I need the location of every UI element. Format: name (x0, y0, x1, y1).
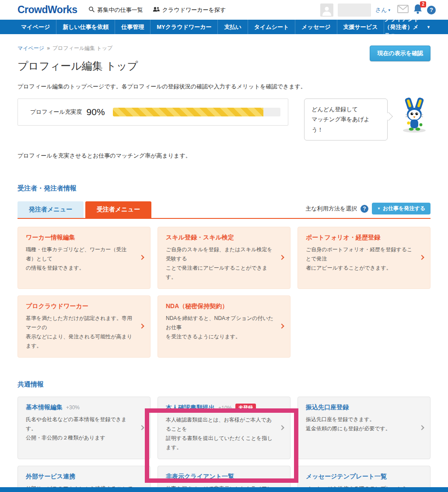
main-nav-item-label: 支払い (224, 23, 241, 31)
mascot-rabbit-illustration (398, 97, 430, 135)
avatar[interactable] (320, 4, 333, 17)
usage-method-label: 主な利用方法を選択 (305, 205, 357, 213)
main-nav-item[interactable]: 仕事管理 (115, 20, 150, 34)
search-icon (88, 6, 95, 14)
card-title: NDA（秘密保持契約） (166, 302, 275, 310)
profile-meter-card: プロフィール充実度 90% (18, 98, 288, 126)
main-navigation: マイページ 新しい仕事を依頼 仕事管理 MYクラウドワーカー 支払い タイムシー… (0, 20, 448, 34)
top-link-label: 募集中の仕事一覧 (97, 6, 143, 14)
main-nav-item[interactable]: メッセージ (295, 20, 336, 34)
main-nav-item[interactable]: マイページ (18, 20, 56, 34)
redacted-username (338, 4, 371, 17)
top-link-label: クラウドワーカーを探す (162, 6, 226, 14)
chevron-right-icon (139, 255, 144, 260)
crowdworks-logo[interactable]: CrowdWorks (18, 4, 77, 16)
unregistered-badge: 未登録 (235, 404, 256, 412)
tab-worker-menu[interactable]: 受注者メニュー (85, 201, 151, 218)
help-icon[interactable]: ? (427, 6, 436, 14)
common-menu-card[interactable]: 基本情報編集 +30% 氏名や会社名などの基本情報を登録できます。 公開・非公開… (18, 397, 150, 459)
worker-menu-card[interactable]: プロクラウドワーカー 基準を満たした方だけが認定されます。専用マークの 表示など… (18, 295, 150, 358)
speech-bubble-text: どんどん登録して マッチング率をあげよう！ (304, 98, 388, 141)
card-title: ワーカー情報編集 (26, 234, 135, 242)
breadcrumb-mypage-link[interactable]: マイページ (18, 45, 44, 51)
main-nav-item-label: 仕事管理 (121, 23, 144, 31)
footer-strip (0, 487, 448, 492)
card-description: 振込先口座を登録できます。 返金依頼の際にも登録が必要です。 (306, 415, 415, 433)
chevron-right-icon (279, 324, 284, 329)
progress-bar-track (113, 108, 280, 116)
top-link-find-worker[interactable]: クラウドワーカーを探す (153, 6, 226, 14)
worker-menu-card[interactable]: NDA（秘密保持契約） NDAを締結すると、NDAオプションの付いたお仕事 を受… (158, 295, 290, 358)
people-icon (153, 6, 160, 14)
common-menu-card[interactable]: 振込先口座登録 振込先口座を登録できます。 返金依頼の際にも登録が必要です。 (298, 397, 430, 459)
card-title: 本人確認書類提出 (166, 404, 215, 412)
tab-client-menu[interactable]: 発注者メニュー (18, 201, 84, 218)
main-nav-item-label: マイページ (21, 23, 50, 31)
worker-menu-card[interactable]: スキル登録・スキル検定 ご自身のスキルを登録、またはスキル検定を受験する ことで… (158, 227, 290, 289)
main-nav-item-label: MYクラウドワーカー (157, 23, 211, 31)
main-nav-item[interactable]: タイムシート (248, 20, 295, 34)
chevron-right-icon (279, 255, 284, 260)
client-menu-dropdown[interactable]: クライアント（発注者）メニュー ▼ (384, 20, 430, 34)
main-nav-items: マイページ 新しい仕事を依頼 仕事管理 MYクラウドワーカー 支払い タイムシー… (18, 20, 384, 34)
chevron-right-icon (279, 425, 284, 430)
progress-bar-fill (113, 108, 264, 116)
card-description: ご自身のポートフォリオ・経歴を登録することで発注 者にアピールすることができます… (306, 245, 415, 273)
main-nav-item[interactable]: 支払い (217, 20, 247, 34)
main-nav-item-label: 新しい仕事を依頼 (63, 23, 108, 31)
card-title: メッセージテンプレート一覧 (306, 473, 387, 481)
card-title: スキル登録・スキル検定 (166, 234, 275, 242)
chevron-right-icon (139, 425, 144, 430)
worker-menu-card[interactable]: ワーカー情報編集 職種・仕事カテゴリなど、ワーカー（受注者）として の情報を登録… (18, 227, 150, 289)
mail-icon[interactable] (397, 5, 409, 15)
profile-meter-row: プロフィール充実度 90% どんどん登録して マッチング率をあげよう！ (18, 98, 430, 141)
card-title: ポートフォリオ・経歴登録 (306, 234, 415, 242)
username-suffix: さん (375, 6, 387, 14)
bell-icon (413, 8, 423, 15)
help-icon[interactable]: ? (360, 205, 368, 213)
card-title: 外部サービス連携 (26, 473, 75, 481)
common-menu-card[interactable]: 本人確認書類提出 +10% 未登録 本人確認書類提出とは、お客様がご本人であるこ… (158, 397, 290, 459)
order-job-button-label: お仕事を発注する (383, 205, 425, 212)
check-current-display-button[interactable]: 現在の表示を確認 (370, 46, 430, 61)
tab-row: 発注者メニュー 受注者メニュー 主な利用方法を選択 ? ▼ お仕事を発注する (18, 201, 430, 219)
card-description: 氏名や会社名などの基本情報を登録できます。 公開・非公開の２種類があります (26, 415, 135, 443)
main-nav-item[interactable]: MYクラウドワーカー (150, 20, 217, 34)
notification-bell[interactable]: 2 (413, 4, 423, 16)
chevron-right-icon (139, 324, 144, 329)
meter-percent: 90% (87, 107, 105, 117)
chevron-down-icon: ▼ (377, 207, 381, 211)
card-description: 職種・仕事カテゴリなど、ワーカー（受注者）として の情報を登録できます。 (26, 245, 135, 273)
main-nav-item-label: タイムシート (254, 23, 289, 31)
common-card-grid: 基本情報編集 +30% 氏名や会社名などの基本情報を登録できます。 公開・非公開… (18, 397, 430, 492)
top-bar: CrowdWorks 募集中の仕事一覧 クラウドワーカーを探す さん ▾ 2 (0, 0, 448, 20)
main-nav-item-label: メッセージ (301, 23, 330, 31)
page-title: プロフィール編集 トップ (18, 59, 430, 73)
card-description: ご自身のスキルを登録、またはスキル検定を受験する ことで発注者にアピールすること… (166, 245, 275, 282)
speech-bubble: どんどん登録して マッチング率をあげよう！ (304, 98, 388, 141)
card-title: 基本情報編集 (26, 404, 63, 411)
username-menu[interactable]: さん ▾ (375, 6, 390, 14)
worker-menu-card[interactable]: ポートフォリオ・経歴登録 ご自身のポートフォリオ・経歴を登録することで発注 者に… (298, 227, 430, 289)
order-job-button[interactable]: ▼ お仕事を発注する (372, 203, 430, 214)
chevron-right-icon (419, 425, 424, 430)
card-description: NDAを締結すると、NDAオプションの付いたお仕事 を受注できるようになります。 (166, 314, 275, 341)
content: マイページ»プロフィール編集 トップ 現在の表示を確認 プロフィール編集 トップ… (18, 34, 430, 492)
top-link-job-list[interactable]: 募集中の仕事一覧 (88, 6, 143, 14)
card-title: 非表示クライアント一覧 (166, 473, 234, 481)
breadcrumb-current: プロフィール編集 トップ (52, 45, 113, 51)
card-description: 基準を満たした方だけが認定されます。専用マークの 表示などにより、発注される可能… (26, 314, 135, 351)
card-bonus-percent: +10% (218, 405, 232, 411)
main-nav-item[interactable]: 新しい仕事を依頼 (56, 20, 115, 34)
chevron-down-icon: ▾ (388, 8, 390, 12)
page-description: プロフィール編集のトップページです。各プロフィールの登録状況の確認や入力するメリ… (18, 83, 430, 91)
breadcrumb: マイページ»プロフィール編集 トップ (18, 34, 430, 52)
tab-right-tools: 主な利用方法を選択 ? ▼ お仕事を発注する (305, 203, 430, 218)
card-bonus-percent: +30% (66, 404, 80, 411)
notification-badge: 2 (420, 1, 426, 7)
main-nav-item-label: 支援サービス (343, 23, 378, 31)
main-nav-item[interactable]: 支援サービス (337, 20, 385, 34)
meter-label: プロフィール充実度 (30, 108, 82, 116)
worker-card-grid: ワーカー情報編集 職種・仕事カテゴリなど、ワーカー（受注者）として の情報を登録… (18, 227, 430, 358)
section-heading-common: 共通情報 (18, 380, 430, 389)
